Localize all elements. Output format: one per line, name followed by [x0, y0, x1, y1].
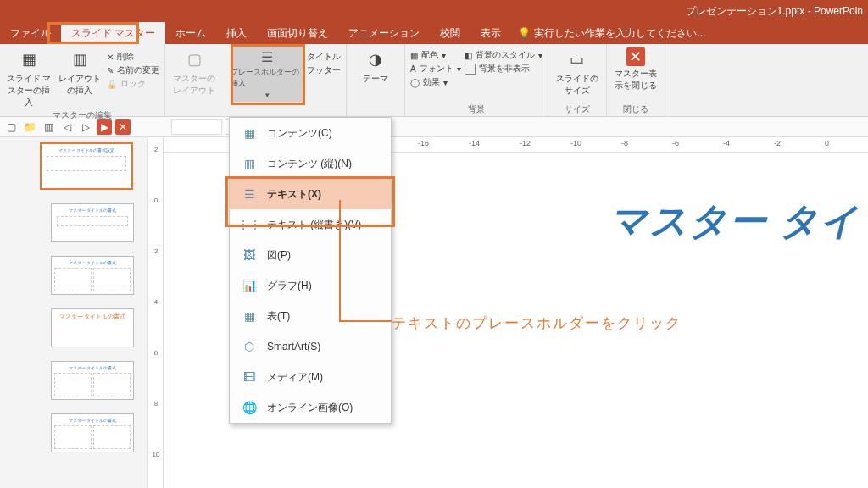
delete-button[interactable]: ✕削除	[107, 51, 159, 63]
effects-button[interactable]: ◯効果 ▾	[410, 76, 461, 88]
colors-button[interactable]: ▦配色 ▾	[410, 49, 461, 61]
tab-view[interactable]: 表示	[470, 22, 511, 44]
vertical-ruler: 2 0 2 4 6 8 10	[148, 137, 164, 488]
group-label-size: サイズ	[554, 103, 601, 116]
rename-button[interactable]: ✎名前の変更	[107, 64, 159, 76]
insert-slide-master-button[interactable]: ▦ スライド マスターの挿入	[5, 46, 53, 108]
group-label-edit: マスターの編集	[5, 108, 159, 122]
dropdown-table[interactable]: ▦表(T)	[230, 301, 391, 331]
group-label-bg: 背景	[410, 103, 542, 116]
placeholder-dropdown: ▦コンテンツ(C) ▥コンテンツ (縦)(N) ☰テキスト(X) ⋮⋮テキスト …	[229, 117, 392, 424]
delete-icon: ✕	[107, 53, 114, 62]
lock-icon: 🔒	[107, 80, 117, 89]
dropdown-arrow-icon: ▾	[265, 91, 270, 99]
tab-review[interactable]: 校閲	[430, 22, 470, 44]
effects-icon: ◯	[410, 78, 420, 87]
fonts-button[interactable]: Aフォント ▾	[410, 63, 461, 75]
themes-icon: ◑	[364, 47, 387, 71]
layout-thumbnail[interactable]: マスター タイトルの書式	[51, 203, 134, 242]
close-master-button[interactable]: ✕ マスター表示を閉じる	[612, 46, 659, 92]
bg-styles-icon: ◧	[465, 51, 472, 60]
media-icon: 🎞	[240, 369, 259, 385]
group-label-close: 閉じる	[612, 103, 659, 116]
tell-me-placeholder: 実行したい作業を入力してください...	[534, 26, 705, 41]
insert-placeholder-active[interactable]: ☰ プレースホルダーの挿入 ▾	[231, 46, 303, 102]
tab-transitions[interactable]: 画面切り替え	[257, 22, 338, 44]
rename-icon: ✎	[107, 66, 114, 75]
dropdown-content-vertical[interactable]: ▥コンテンツ (縦)(N)	[230, 148, 391, 179]
lightbulb-icon: 💡	[518, 27, 531, 39]
master-layout-button[interactable]: ▢ マスターのレイアウト	[170, 46, 218, 97]
content-v-icon: ▥	[240, 155, 259, 172]
dropdown-picture[interactable]: 🖼図(P)	[230, 240, 391, 270]
bg-styles-button[interactable]: ◧背景のスタイル ▾	[465, 49, 542, 61]
workspace: マスター タイトルの書式設定 マスター タイトルの書式 マスター タイトルの書式…	[0, 137, 868, 488]
close-icon: ✕	[626, 47, 645, 66]
layout-thumbnail[interactable]: マスター タイトルの書式	[51, 361, 134, 400]
slide-size-button[interactable]: ▭ スライドのサイズ	[554, 46, 601, 97]
tab-slide-master[interactable]: スライド マスター	[61, 22, 165, 44]
layout-thumbnail[interactable]: マスター タイトルの書式	[51, 256, 134, 295]
app-title: プレゼンテーション1.pptx - PowerPoin	[686, 4, 863, 19]
hide-bg-checkbox[interactable]: 背景を非表示	[465, 63, 542, 75]
text-icon: ☰	[240, 186, 259, 202]
insert-layout-button[interactable]: ▥ レイアウトの挿入	[56, 46, 103, 108]
ribbon: ▦ スライド マスターの挿入 ▥ レイアウトの挿入 ✕削除 ✎名前の変更 🔒ロッ…	[0, 44, 868, 117]
annotation-text: テキストのプレースホルダーをクリック	[392, 313, 682, 333]
layout-icon: ▥	[68, 47, 92, 71]
fonts-icon: A	[410, 64, 416, 74]
dropdown-media[interactable]: 🎞メディア(M)	[230, 362, 391, 392]
smartart-icon: ⬡	[240, 338, 259, 355]
annotation-connector	[339, 200, 341, 321]
picture-icon: 🖼	[240, 247, 259, 263]
ribbon-tabs: ファイル スライド マスター ホーム 挿入 画面切り替え アニメーション 校閲 …	[0, 22, 868, 44]
colors-icon: ▦	[410, 51, 418, 60]
tab-insert[interactable]: 挿入	[216, 22, 257, 44]
table-icon: ▦	[240, 308, 259, 324]
slide-master-icon: ▦	[17, 47, 41, 71]
content-icon: ▦	[240, 125, 259, 141]
layout-thumbnail[interactable]: マスター タイトルの書式	[51, 413, 134, 452]
tab-home[interactable]: ホーム	[165, 22, 216, 44]
chart-icon: 📊	[240, 277, 259, 294]
dropdown-content[interactable]: ▦コンテンツ(C)	[230, 118, 391, 148]
dropdown-text[interactable]: ☰テキスト(X)	[230, 179, 391, 209]
dropdown-chart[interactable]: 📊グラフ(H)	[230, 270, 391, 301]
title-bar: プレゼンテーション1.pptx - PowerPoin	[0, 0, 868, 22]
layout-thumbnail[interactable]: マスター タイトルの書式	[51, 308, 134, 347]
text-v-icon: ⋮⋮	[240, 216, 259, 233]
themes-button[interactable]: ◑ テーマ	[352, 46, 399, 85]
group-label-layout	[170, 105, 341, 116]
group-label-themes	[352, 105, 399, 116]
thumbnails-pane[interactable]: マスター タイトルの書式設定 マスター タイトルの書式 マスター タイトルの書式…	[0, 137, 148, 488]
tell-me[interactable]: 💡 実行したい作業を入力してください...	[511, 22, 712, 44]
dropdown-online-image[interactable]: 🌐オンライン画像(O)	[230, 392, 391, 423]
placeholder-list-icon: ☰	[261, 49, 273, 65]
master-thumbnail[interactable]: マスター タイトルの書式設定	[40, 142, 133, 190]
lock-button[interactable]: 🔒ロック	[107, 78, 159, 90]
tab-file[interactable]: ファイル	[0, 22, 61, 44]
font-name[interactable]	[171, 119, 222, 135]
dropdown-smartart[interactable]: ⬡SmartArt(S)	[230, 331, 391, 362]
online-image-icon: 🌐	[240, 399, 259, 416]
dropdown-text-vertical[interactable]: ⋮⋮テキスト (縦書き)(V)	[230, 209, 391, 240]
slide-size-icon: ▭	[565, 47, 589, 71]
annotation-connector	[339, 320, 392, 322]
master-title-placeholder[interactable]: マスター タイ	[609, 197, 860, 247]
master-layout-icon: ▢	[182, 47, 206, 71]
tab-animations[interactable]: アニメーション	[338, 22, 430, 44]
